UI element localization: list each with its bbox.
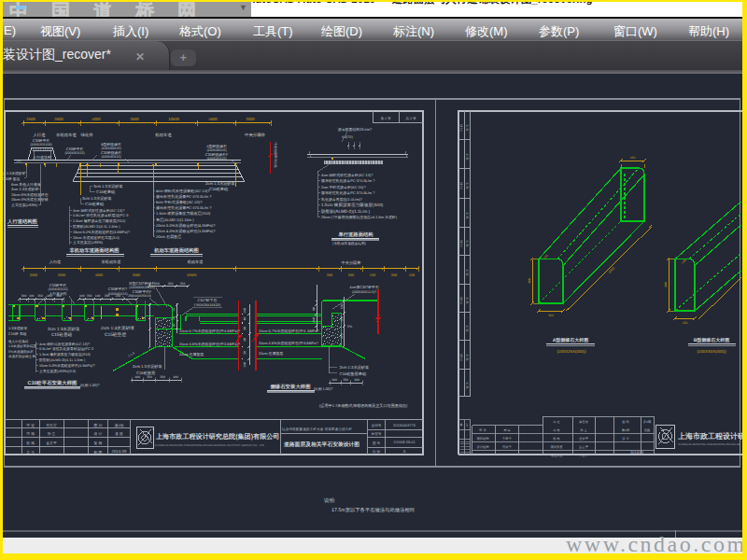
svg-text:项目经理: 项目经理 xyxy=(476,437,489,441)
svg-text:10500: 10500 xyxy=(187,273,197,277)
svg-text:150: 150 xyxy=(630,156,636,160)
svg-text:2500: 2500 xyxy=(26,117,35,121)
svg-text:张: 张 xyxy=(466,244,470,247)
svg-text:4cm 细粒式改性沥青砼(AC-13)?: 4cm 细粒式改性沥青砼(AC-13)? xyxy=(156,189,210,193)
svg-text:A型砼路缘石: A型砼路缘石 xyxy=(206,144,227,148)
svg-text:140: 140 xyxy=(243,308,247,314)
svg-text:张: 张 xyxy=(466,385,470,389)
svg-text:C15砼基础: C15砼基础 xyxy=(96,189,115,194)
svg-text:80: 80 xyxy=(312,307,316,311)
svg-text:土基压实度(≥93%): 土基压实度(≥93%) xyxy=(73,240,104,245)
svg-text:300: 300 xyxy=(21,294,27,298)
svg-text:(比例 1:20)?: (比例 1:20)? xyxy=(80,383,100,387)
svg-text:上 1:3水泥砂浆: 上 1:3水泥砂浆 xyxy=(2,171,26,175)
svg-text:机动车道路面结构图: 机动车道路面结构图 xyxy=(153,247,199,254)
svg-text:绿化带: 绿化带 xyxy=(80,133,93,137)
svg-text:150: 150 xyxy=(154,282,160,286)
svg-text:机动车道: 机动车道 xyxy=(188,259,204,264)
svg-text:20cm 石屑垫层: 20cm 石屑垫层 xyxy=(179,352,204,357)
svg-text:20: 20 xyxy=(172,316,176,320)
svg-text:张: 张 xyxy=(466,186,470,189)
svg-text:C30砼平石: C30砼平石 xyxy=(33,138,50,143)
svg-text:(100X35X15): (100X35X15) xyxy=(107,292,127,296)
svg-text:定: 定 xyxy=(459,301,462,304)
svg-text:3000: 3000 xyxy=(246,117,255,121)
svg-text:张: 张 xyxy=(466,128,470,132)
svg-text:人行道: 人行道 xyxy=(49,259,62,264)
svg-text:250: 250 xyxy=(312,317,316,323)
svg-text:15cm 5%水泥稳定碎石: 15cm 5%水泥稳定碎石 xyxy=(11,192,49,197)
svg-text:说明:: 说明: xyxy=(324,497,335,504)
svg-text:C15砼垫层: C15砼垫层 xyxy=(136,371,156,375)
svg-text:2cm 1:3水泥砂浆: 2cm 1:3水泥砂浆 xyxy=(133,364,162,369)
svg-text:周 军: 周 军 xyxy=(503,428,511,432)
svg-text:1:3水泥砂浆粘结层: 1:3水泥砂浆粘结层 xyxy=(8,344,37,348)
svg-text:400: 400 xyxy=(664,282,668,287)
svg-text:150: 150 xyxy=(683,321,688,325)
svg-text:C30砼路缘石F: C30砼路缘石F xyxy=(205,152,229,157)
svg-text:撒布改性乳化沥青PC-370.5L/m ?: 撒布改性乳化沥青PC-370.5L/m ? xyxy=(156,205,212,210)
svg-text:防裂贴(ALMD-2)(1.1L/m ): 防裂贴(ALMD-2)(1.1L/m ) xyxy=(321,209,371,214)
svg-text:1:1.5: 1:1.5 xyxy=(127,351,135,357)
svg-text:20130003775: 20130003775 xyxy=(393,423,416,427)
svg-text:人行道块料: 人行道块料 xyxy=(33,155,51,160)
svg-text:C30砼平石?: C30砼平石? xyxy=(108,287,127,291)
svg-text:0.5L/m² 改性乳化沥青粘层油(PC-3: 0.5L/m² 改性乳化沥青粘层油(PC-3 xyxy=(73,213,128,217)
svg-text:乳化沥青透层油(1.0L/m)?: 乳化沥青透层油(1.0L/m)? xyxy=(321,197,363,202)
svg-text:C30砼平石安装大样图: C30砼平石安装大样图 xyxy=(27,380,77,386)
svg-text:第 1 张: 第 1 张 xyxy=(380,117,391,120)
svg-text:150: 150 xyxy=(340,304,344,310)
svg-text:(非机动车道路面结构): (非机动车道路面结构) xyxy=(332,241,366,245)
svg-text:1.5cm 橡胶沥青应力吸收层(S10): 1.5cm 橡胶沥青应力吸收层(S10) xyxy=(39,352,92,357)
svg-text:3500: 3500 xyxy=(130,117,139,121)
svg-text:C30砼平石: C30砼平石 xyxy=(49,283,67,287)
svg-text:校 核: 校 核 xyxy=(25,441,35,445)
svg-text:15cm 4%水泥石灰砂砾: 15cm 4%水泥石灰砂砾 xyxy=(11,197,49,202)
svg-text:4000: 4000 xyxy=(95,273,103,277)
svg-text:90: 90 xyxy=(243,327,247,330)
svg-text:100: 100 xyxy=(331,378,337,382)
svg-text:4cm 细粒式改性沥青砼(AC-13)?: 4cm 细粒式改性沥青砼(AC-13)? xyxy=(39,342,90,346)
svg-text:4cm厚C30?砼平石: 4cm厚C30?砼平石 xyxy=(349,285,379,289)
svg-text:1:3水泥砂浆: 1:3水泥砂浆 xyxy=(8,326,28,330)
svg-text:定: 定 xyxy=(459,186,462,189)
svg-text:侧缘石安装大样图: 侧缘石安装大样图 xyxy=(269,384,310,390)
svg-text:100: 100 xyxy=(173,375,178,379)
svg-text:张: 张 xyxy=(466,301,470,304)
svg-text:350: 350 xyxy=(37,294,43,298)
svg-text:(比例 1:20)?: (比例 1:20)? xyxy=(314,386,333,391)
svg-text:基层(ALMD-1)(1.15m ): 基层(ALMD-1)(1.15m ) xyxy=(156,217,194,222)
svg-text:C30砼路缘石: C30砼路缘石 xyxy=(101,150,121,155)
svg-text:金安平: 金安平 xyxy=(46,441,57,445)
svg-text:150: 150 xyxy=(370,273,375,277)
svg-text:(100X35X15): (100X35X15) xyxy=(206,157,226,161)
svg-text:17.5m宽以下各平石做法与此做法相同: 17.5m宽以下各平石做法与此做法相同 xyxy=(331,507,415,513)
svg-text:5%水泥稳定碎石: 5%水泥稳定碎石 xyxy=(8,349,34,354)
svg-text:120: 120 xyxy=(340,316,344,322)
svg-text:10500: 10500 xyxy=(168,117,179,121)
svg-text:定: 定 xyxy=(459,128,462,132)
svg-text:(100X25X(400)): (100X25X(400)) xyxy=(557,349,586,354)
svg-text:黄任安: 黄任安 xyxy=(46,423,57,427)
svg-text:6cm 彩色人行道板: 6cm 彩色人行道板 xyxy=(11,182,41,187)
svg-text:(100X30X25): (100X30X25) xyxy=(101,147,120,150)
svg-text:2cm 1:3水泥砂浆: 2cm 1:3水泥砂浆 xyxy=(101,326,134,331)
svg-text:6cm 中粒式沥青砼(AC-20)?: 6cm 中粒式沥青砼(AC-20)? xyxy=(156,200,203,204)
svg-text:中央分隔带: 中央分隔带 xyxy=(245,133,266,137)
svg-text:人行道结构图: 人行道结构图 xyxy=(7,218,37,225)
svg-text:备: 备 xyxy=(460,423,463,427)
svg-text:(100X35X15): (100X35X15) xyxy=(48,287,67,291)
svg-text:150: 150 xyxy=(409,273,415,277)
svg-text:张: 张 xyxy=(466,329,470,332)
svg-text:300: 300 xyxy=(548,314,554,317)
svg-text:B型侧缘石大样图: B型侧缘石大样图 xyxy=(694,337,730,343)
svg-text:图 号: 图 号 xyxy=(373,441,381,445)
svg-text:图 别: 图 别 xyxy=(94,423,103,427)
svg-text:土基压实度(≥93%)(3.0): 土基压实度(≥93%)(3.0) xyxy=(39,369,77,373)
svg-text:西安千: 西安千 xyxy=(502,445,513,449)
svg-text:20cm 4.5%水泥稳定碎石(3.5MPa)?: 20cm 4.5%水泥稳定碎石(3.5MPa)? xyxy=(156,229,216,233)
svg-text:100: 100 xyxy=(134,375,140,379)
svg-text:C30砼平石F: C30砼平石F xyxy=(133,289,152,294)
svg-text:20cm 5.7%水泥稳定碎石(中4. 5MPa?: 20cm 5.7%水泥稳定碎石(中4. 5MPa? xyxy=(259,329,319,333)
svg-text:(100X30X25X15): (100X30X25X15) xyxy=(129,286,155,289)
